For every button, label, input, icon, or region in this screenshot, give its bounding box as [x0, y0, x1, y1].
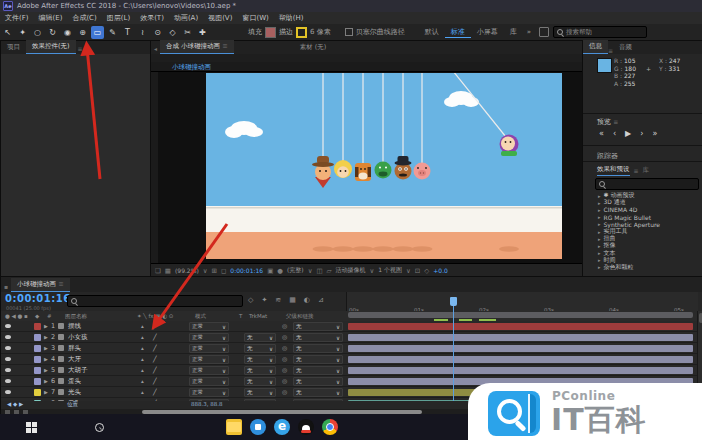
trkmat-select[interactable]: 无∨ — [244, 333, 276, 342]
tab-effect-controls[interactable]: 效果控件(无) — [26, 40, 76, 54]
menu-item[interactable]: 文件(F) — [0, 13, 34, 23]
pickwhip-icon[interactable]: ◎ — [282, 322, 287, 329]
chrome-icon[interactable] — [322, 419, 338, 435]
pixel-aspect-icon[interactable]: ⊡ — [415, 267, 420, 275]
col-layer-name[interactable]: 图层名称 — [65, 313, 87, 320]
workspace-tab[interactable]: 库 — [504, 27, 523, 38]
pickwhip-icon[interactable]: ◎ — [282, 344, 287, 351]
visibility-toggle[interactable] — [5, 335, 11, 339]
menu-item[interactable]: 动画(A) — [169, 13, 203, 23]
keyframe-navigator[interactable]: ◀ ◆ ▶ — [7, 401, 23, 407]
menu-item[interactable]: 编辑(E) — [34, 13, 68, 23]
viewer-timecode[interactable]: 0:00:01:16 — [230, 267, 263, 274]
mode-select[interactable]: 正常∨ — [189, 366, 229, 375]
parent-select[interactable]: 无∨ — [293, 322, 343, 331]
mode-select[interactable]: 正常∨ — [189, 322, 229, 331]
selection-tool[interactable]: ↖ — [1, 26, 14, 39]
twirl-icon[interactable]: ▶ — [44, 321, 48, 331]
layer-label-color[interactable] — [34, 334, 41, 341]
pickwhip-icon[interactable]: ◎ — [282, 355, 287, 362]
camera-view-select[interactable]: 活动摄像机 — [336, 266, 366, 275]
eraser-tool[interactable]: ◇ — [166, 26, 179, 39]
start-button[interactable] — [26, 422, 37, 433]
zoom-level[interactable]: (99.2%) — [175, 267, 199, 274]
help-search[interactable]: 搜索帮助 — [553, 26, 647, 38]
tab-footage[interactable]: 素材 (无) — [294, 41, 333, 54]
stroke-label[interactable]: 描边 — [279, 27, 293, 37]
pickwhip-icon[interactable]: ◎ — [282, 333, 287, 340]
expand-icon[interactable]: ▸ — [598, 250, 601, 256]
layer-name[interactable]: 光头 — [68, 387, 81, 397]
quality-switch[interactable]: ╱ — [153, 343, 157, 353]
quality-switch[interactable]: ╱ — [153, 387, 157, 397]
quality-switch[interactable]: ╱ — [153, 332, 157, 342]
quality-switch[interactable]: ╱ — [153, 365, 157, 375]
visibility-toggle[interactable] — [5, 357, 11, 361]
stroke-swatch[interactable] — [296, 27, 307, 38]
col-trkmat[interactable]: TrkMat — [249, 313, 267, 319]
layer-name[interactable]: 大牙 — [68, 354, 81, 364]
snapshot-icon[interactable]: ▣ — [267, 267, 273, 275]
parent-select[interactable]: 无∨ — [293, 366, 343, 375]
fast-preview-icon[interactable]: ◇ — [424, 267, 429, 275]
visibility-toggle[interactable] — [5, 324, 11, 328]
quality-switch[interactable]: ╱ — [153, 321, 157, 331]
resolution-select[interactable]: (完整) — [287, 266, 304, 275]
layer-duration-bar[interactable] — [348, 367, 693, 374]
expand-icon[interactable]: ▸ — [598, 200, 601, 206]
expand-icon[interactable]: ▸ — [598, 236, 601, 242]
always-preview-icon[interactable]: ❏ — [155, 267, 161, 275]
workspace-tab[interactable]: 小屏幕 — [471, 27, 504, 38]
tab-project[interactable]: 项目 — [1, 41, 26, 54]
layer-name[interactable]: 摆线 — [68, 321, 81, 331]
layer-duration-bar[interactable] — [348, 356, 693, 363]
current-timecode[interactable]: 0:00:01:16 — [5, 293, 71, 304]
composition-mini-flowchart-icon[interactable]: ◇ — [248, 296, 253, 304]
work-area-bar[interactable] — [348, 312, 693, 318]
stroke-width[interactable]: 6 像素 — [310, 27, 331, 37]
panel-menu-icon[interactable]: ≡ — [222, 42, 227, 50]
transparency-grid-icon[interactable]: ▱ — [327, 267, 332, 275]
fill-label[interactable]: 填充 — [248, 27, 262, 37]
panel-menu-icon[interactable]: ≡ — [76, 43, 85, 54]
frame-blending-icon[interactable]: ▦ — [289, 296, 296, 304]
pickwhip-icon[interactable]: ◎ — [282, 388, 287, 395]
menu-item[interactable]: 帮助(H) — [274, 13, 309, 23]
previous-frame-button[interactable]: ‹ — [613, 129, 616, 138]
character-swinging-head[interactable] — [500, 135, 519, 157]
table-row[interactable]: ▶ 3 胖头 ▴ ╱ 正常∨ 无∨ ◎ 无∨ — [1, 343, 702, 354]
file-explorer-icon[interactable] — [226, 419, 242, 435]
fill-swatch[interactable] — [265, 27, 276, 38]
twirl-icon[interactable]: ▶ — [44, 387, 48, 397]
time-ruler[interactable]: 00s01s02s03s04s05s — [346, 292, 698, 311]
panel-menu-icon[interactable]: ≡ — [58, 280, 63, 288]
layer-duration-bar[interactable] — [348, 323, 693, 330]
brush-tool[interactable]: ≀ — [136, 26, 149, 39]
effects-search-input[interactable] — [595, 178, 699, 190]
channels-icon[interactable]: ● — [277, 267, 283, 275]
mode-select[interactable]: 正常∨ — [189, 344, 229, 353]
visibility-toggle[interactable] — [5, 346, 11, 350]
workspace-tab[interactable]: 默认 — [419, 27, 445, 38]
trkmat-select[interactable]: 无∨ — [244, 344, 276, 353]
edge-icon[interactable]: e — [274, 419, 290, 435]
layer-label-color[interactable] — [34, 356, 41, 363]
property-name[interactable]: 位置 — [67, 401, 78, 408]
layer-label-color[interactable] — [34, 345, 41, 352]
tracker-panel-header[interactable]: 跟踪器 — [597, 151, 618, 161]
layer-name[interactable]: 大胡子 — [68, 365, 88, 375]
trkmat-select[interactable]: 无∨ — [244, 377, 276, 386]
layer-name[interactable]: 胖头 — [68, 343, 81, 353]
character-blonde-girl-head[interactable] — [334, 160, 352, 178]
table-row[interactable]: ▶ 4 大牙 ▴ ╱ 正常∨ 无∨ ◎ 无∨ — [1, 354, 702, 365]
menu-item[interactable]: 视图(V) — [203, 13, 237, 23]
character-green-head[interactable] — [375, 162, 392, 179]
mask-icon[interactable]: ◻ — [221, 267, 226, 275]
play-button[interactable]: ▶ — [625, 129, 631, 138]
mode-select[interactable]: 正常∨ — [189, 355, 229, 364]
quality-switch[interactable]: ╱ — [153, 354, 157, 364]
collapse-switch[interactable]: ▴ — [141, 343, 144, 353]
collapse-switch[interactable]: ▴ — [141, 387, 144, 397]
parent-select[interactable]: 无∨ — [293, 377, 343, 386]
visibility-toggle[interactable] — [5, 368, 11, 372]
